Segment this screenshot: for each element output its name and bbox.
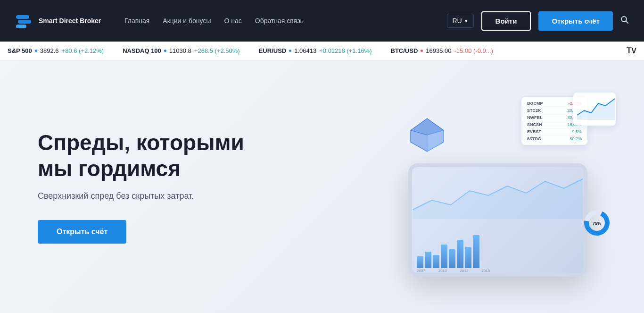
bar-1 — [417, 256, 423, 268]
ticker-dot — [35, 50, 37, 52]
nav-about[interactable]: О нас — [224, 17, 241, 25]
lang-label: RU — [452, 17, 462, 25]
svg-marker-5 — [413, 179, 583, 219]
tablet-screen: 2007 2010 2013 2015 — [412, 167, 584, 273]
ticker-item-btcusd: BTC/USD 16935.00 -15.00 (-0.0...) — [391, 47, 493, 54]
nav-promo[interactable]: Акции и бонусы — [163, 17, 211, 25]
stock-name-stc2k: STC2K — [527, 108, 541, 113]
donut-chart: 75% — [583, 209, 611, 239]
ticker-eurusd-name: EUR/USD — [259, 47, 287, 54]
ticker-nasdaq-change: +268.5 (+2.50%) — [194, 47, 240, 54]
open-account-button-hero[interactable]: Открыть счёт — [38, 220, 126, 244]
logo-area: Smart Direct Broker — [15, 11, 109, 30]
tablet-line-chart — [412, 172, 584, 219]
bar-7 — [465, 247, 471, 268]
brand-name: Smart Direct Broker — [39, 17, 101, 25]
ticker-sp500-change: +80.6 (+2.12%) — [62, 47, 104, 54]
stock-name-8stdc: 8STDC — [527, 136, 541, 141]
data-row-8stdc: 8STDC 50,2% — [527, 135, 582, 142]
stock-name-evrst: EVRST — [527, 129, 541, 134]
ticker-nasdaq-name: NASDAQ 100 — [123, 47, 161, 54]
x-label-2: 2010 — [438, 269, 447, 273]
header: Smart Direct Broker Главная Акции и бону… — [0, 0, 644, 42]
hero-section: Спреды, которымимы гордимся Сверхнизкий … — [0, 60, 644, 313]
bar-5 — [449, 249, 455, 268]
tradingview-icon: ꓔV — [627, 46, 636, 55]
hero-title: Спреды, которымимы гордимся — [38, 130, 244, 182]
logo-icon — [15, 11, 34, 30]
ticker-btcusd-name: BTC/USD — [391, 47, 418, 54]
svg-marker-6 — [577, 99, 615, 120]
bar-4 — [441, 245, 447, 268]
language-selector[interactable]: RU ▼ — [447, 14, 473, 28]
header-right: RU ▼ Войти Открыть счёт — [447, 11, 629, 31]
ticker-item-sp500: S&P 500 3892.6 +80.6 (+2.12%) — [8, 47, 104, 54]
mini-chart-card — [573, 93, 616, 126]
hero-content: Спреды, которымимы гордимся Сверхнизкий … — [38, 130, 244, 244]
x-label-4: 2015 — [481, 269, 490, 273]
nav-home[interactable]: Главная — [124, 17, 149, 25]
search-icon[interactable] — [620, 16, 629, 26]
ticker-sp500-price: 3892.6 — [40, 47, 59, 54]
bar-3 — [433, 255, 439, 268]
ticker-item-nasdaq: NASDAQ 100 11030.8 +268.5 (+2.50%) — [123, 47, 240, 54]
tablet-device: 2007 2010 2013 2015 — [408, 163, 587, 277]
main-nav: Главная Акции и бонусы О нас Обратная св… — [124, 17, 432, 25]
svg-text:75%: 75% — [593, 221, 601, 226]
ticker-tape: S&P 500 3892.6 +80.6 (+2.12%) NASDAQ 100… — [0, 42, 644, 60]
bar-2 — [425, 252, 431, 268]
nav-contact[interactable]: Обратная связь — [255, 17, 304, 25]
bar-8 — [473, 235, 479, 268]
svg-rect-0 — [16, 15, 29, 19]
stock-name-nwfbl: NWFBL — [527, 115, 543, 120]
ticker-btcusd-change: -15.00 (-0.0...) — [454, 47, 493, 54]
hero-subtitle: Сверхнизкий спред без скрытых затрат. — [38, 191, 244, 201]
ticker-eurusd-change: +0.01218 (+1.16%) — [319, 47, 372, 54]
ticker-dot-btcusd — [421, 50, 423, 52]
chevron-down-icon: ▼ — [464, 18, 469, 24]
ticker-eurusd-price: 1.06413 — [294, 47, 316, 54]
open-account-button-header[interactable]: Открыть счёт — [538, 11, 613, 31]
svg-line-4 — [626, 21, 628, 23]
stock-val-evrst: 9,5% — [572, 129, 582, 134]
ticker-item-eurusd: EUR/USD 1.06413 +0.01218 (+1.16%) — [259, 47, 372, 54]
bar-6 — [457, 240, 463, 268]
x-axis-labels: 2007 2010 2013 2015 — [417, 269, 490, 273]
svg-rect-1 — [18, 20, 31, 24]
ticker-btcusd-price: 16935.00 — [426, 47, 451, 54]
tablet-bar-chart — [417, 235, 479, 268]
ticker-nasdaq-price: 11030.8 — [169, 47, 191, 54]
mini-line-chart — [577, 96, 615, 120]
stock-val-8stdc: 50,2% — [570, 136, 582, 141]
diamond-3d-shape — [408, 116, 446, 156]
hero-visual: 2007 2010 2013 2015 BGCMP -2,32% STC2K 2… — [380, 88, 616, 286]
login-button[interactable]: Войти — [481, 11, 531, 31]
stock-name-sncsh: SNCSH — [527, 122, 542, 127]
svg-rect-2 — [16, 25, 26, 28]
x-label-1: 2007 — [417, 269, 425, 273]
stock-name-bgcmp: BGCMP — [527, 101, 543, 106]
ticker-dot-eurusd — [289, 50, 291, 52]
data-row-evrst: EVRST 9,5% — [527, 128, 582, 135]
ticker-dot-nasdaq — [164, 50, 166, 52]
x-label-3: 2013 — [460, 269, 469, 273]
ticker-sp500-name: S&P 500 — [8, 47, 32, 54]
